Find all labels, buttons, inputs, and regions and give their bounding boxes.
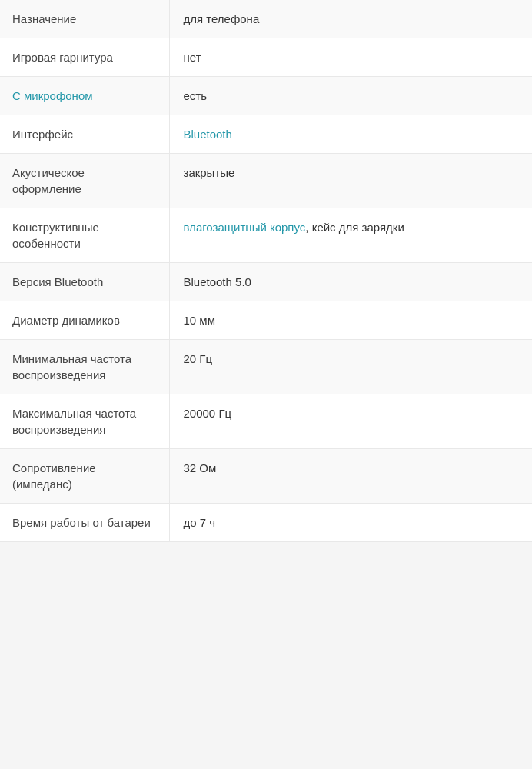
spec-label-akusticheskoe-oformlenie: Акустическое оформление [0,154,169,208]
spec-value-igrovaya-garnitura: нет [169,38,532,77]
spec-label-s-mikrofonom: С микрофоном [0,77,169,115]
spec-value-interfeys: Bluetooth [169,115,532,154]
spec-label-interfeys: Интерфейс [0,115,169,154]
spec-value-konstruktivnye-osobennosti: влагозащитный корпус, кейс для зарядки [169,208,532,263]
spec-value-soprotivlenie: 32 Ом [169,449,532,504]
spec-label-vremya-raboty: Время работы от батареи [0,504,169,542]
specs-table: Назначениедля телефонаИгровая гарнитуран… [0,0,532,542]
table-row: С микрофономесть [0,77,532,115]
spec-value-link-part-konstruktivnye-osobennosti[interactable]: влагозащитный корпус [184,221,306,234]
table-row: Диаметр динамиков10 мм [0,301,532,340]
table-row: Конструктивные особенностивлагозащитный … [0,208,532,263]
spec-label-naznachenie: Назначение [0,0,169,38]
table-row: Игровая гарнитуранет [0,38,532,77]
table-row: Минимальная частота воспроизведения20 Гц [0,340,532,394]
table-row: Акустическое оформлениезакрытые [0,154,532,208]
spec-value-vremya-raboty: до 7 ч [169,504,532,542]
spec-value-maximalnaya-chastota: 20000 Гц [169,394,532,449]
spec-value-akusticheskoe-oformlenie: закрытые [169,154,532,208]
spec-label-soprotivlenie: Сопротивление (импеданс) [0,449,169,504]
spec-label-minimalnaya-chastota: Минимальная частота воспроизведения [0,340,169,394]
spec-label-maximalnaya-chastota: Максимальная частота воспроизведения [0,394,169,449]
spec-value-naznachenie: для телефона [169,0,532,38]
spec-label-igrovaya-garnitura: Игровая гарнитура [0,38,169,77]
spec-label-diametr-dinamikov: Диаметр динамиков [0,301,169,340]
table-row: Версия BluetoothBluetooth 5.0 [0,263,532,301]
spec-label-konstruktivnye-osobennosti: Конструктивные особенности [0,208,169,263]
spec-value-versiya-bluetooth: Bluetooth 5.0 [169,263,532,301]
spec-value-diametr-dinamikov: 10 мм [169,301,532,340]
table-row: Назначениедля телефона [0,0,532,38]
spec-label-versiya-bluetooth: Версия Bluetooth [0,263,169,301]
spec-label-link-s-mikrofonom[interactable]: С микрофоном [12,89,93,102]
spec-value-link-interfeys[interactable]: Bluetooth [184,128,232,141]
table-row: Максимальная частота воспроизведения2000… [0,394,532,449]
spec-value-s-mikrofonom: есть [169,77,532,115]
table-row: Время работы от батареидо 7 ч [0,504,532,542]
table-row: ИнтерфейсBluetooth [0,115,532,154]
spec-value-minimalnaya-chastota: 20 Гц [169,340,532,394]
table-row: Сопротивление (импеданс)32 Ом [0,449,532,504]
spec-value-text-part-konstruktivnye-osobennosti: , кейс для зарядки [305,221,404,234]
